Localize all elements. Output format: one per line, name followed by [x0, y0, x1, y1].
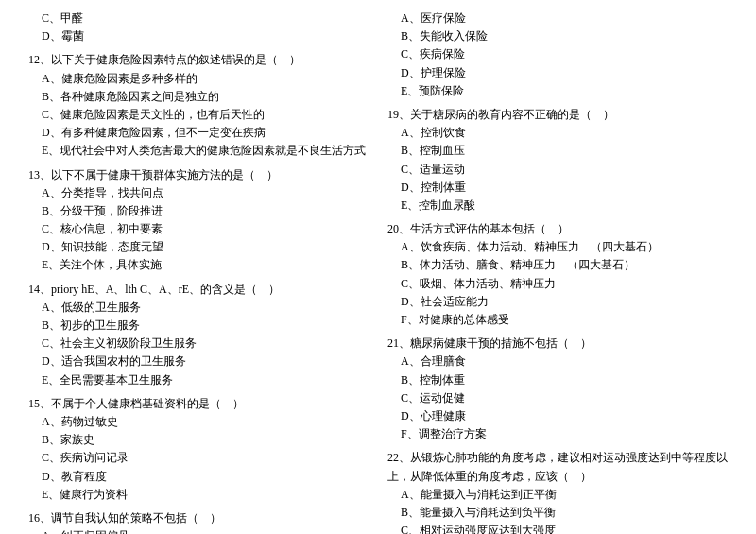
- q14-a: A、低级的卫生服务: [28, 299, 369, 317]
- q21-d: D、心理健康: [387, 407, 728, 425]
- q12-d: D、有多种健康危险因素，但不一定变在疾病: [28, 124, 369, 142]
- q20-f: F、对健康的总体感受: [387, 311, 728, 329]
- q13-b: B、分级干预，阶段推进: [28, 202, 369, 220]
- q20-a: A、饮食疾病、体力活动、精神压力 （四大基石）: [387, 238, 728, 256]
- q18-b: B、失能收入保险: [387, 27, 728, 45]
- q18-a: A、医疗保险: [387, 9, 728, 27]
- q12-b: B、各种健康危险因素之间是独立的: [28, 88, 369, 106]
- q21-b: B、控制体重: [387, 371, 728, 389]
- q21-c: C、运动促健: [387, 389, 728, 407]
- q14-c: C、社会主义初级阶段卫生服务: [28, 335, 369, 353]
- q22-c: C、相对运动强度应达到大强度: [387, 522, 728, 534]
- q14-b: B、初步的卫生服务: [28, 317, 369, 335]
- q20-b: B、体力活动、膳食、精神压力 （四大基石）: [387, 256, 728, 274]
- q19-e: E、控制血尿酸: [387, 197, 728, 215]
- q12-c: C、健康危险因素是天文性的，也有后天性的: [28, 106, 369, 124]
- q18-d: D、护理保险: [387, 64, 728, 82]
- q14-d: D、适合我国农村的卫生服务: [28, 353, 369, 370]
- q18-options: A、医疗保险 B、失能收入保险 C、疾病保险 D、护理保险 E、预防保险: [387, 9, 728, 100]
- q12-title: 12、以下关于健康危险因素特点的叙述错误的是（ ）: [28, 51, 369, 69]
- q12-e: E、现代社会中对人类危害最大的健康危险因素就是不良生活方式: [28, 142, 369, 160]
- q20-title: 20、生活方式评估的基本包括（ ）: [387, 220, 728, 238]
- q18-e: E、预防保险: [387, 82, 728, 100]
- q15-c: C、疾病访问记录: [28, 449, 369, 467]
- q22-a: A、能量摄入与消耗达到正平衡: [387, 486, 728, 504]
- q16-title: 16、调节自我认知的策略不包括（ ）: [28, 509, 369, 527]
- q15-e: E、健康行为资料: [28, 486, 369, 504]
- question-14: 14、priory hE、A、lth C、A、rE、的含义是（ ） A、低级的卫…: [28, 281, 369, 389]
- q21-title: 21、糖尿病健康干预的措施不包括（ ）: [387, 335, 728, 353]
- q-cd-options: C、甲醛 D、霉菌: [28, 9, 369, 45]
- q13-d: D、知识技能，态度无望: [28, 238, 369, 256]
- question-19: 19、关于糖尿病的教育内容不正确的是（ ） A、控制饮食 B、控制血压 C、适量…: [387, 106, 728, 215]
- q13-e: E、关注个体，具体实施: [28, 256, 369, 274]
- q12-a: A、健康危险因素是多种多样的: [28, 70, 369, 88]
- q19-a: A、控制饮食: [387, 124, 728, 142]
- q18-c: C、疾病保险: [387, 45, 728, 63]
- question-21: 21、糖尿病健康干预的措施不包括（ ） A、合理膳食 B、控制体重 C、运动促健…: [387, 335, 728, 443]
- q15-a: A、药物过敏史: [28, 413, 369, 431]
- q13-a: A、分类指导，找共问点: [28, 184, 369, 202]
- q20-c: C、吸烟、体力活动、精神压力: [387, 275, 728, 293]
- q14-title: 14、priory hE、A、lth C、A、rE、的含义是（ ）: [28, 281, 369, 299]
- q15-title: 15、不属于个人健康档基础资料的是（ ）: [28, 395, 369, 413]
- question-16: 16、调节自我认知的策略不包括（ ） A、纠正归因偏见 B、转化 C、积极的思考…: [28, 509, 369, 534]
- q19-d: D、控制体重: [387, 179, 728, 197]
- question-20: 20、生活方式评估的基本包括（ ） A、饮食疾病、体力活动、精神压力 （四大基石…: [387, 220, 728, 329]
- q13-title: 13、以下不属于健康干预群体实施方法的是（ ）: [28, 166, 369, 184]
- q19-title: 19、关于糖尿病的教育内容不正确的是（ ）: [387, 106, 728, 124]
- question-12: 12、以下关于健康危险因素特点的叙述错误的是（ ） A、健康危险因素是多种多样的…: [28, 51, 369, 160]
- q19-b: B、控制血压: [387, 142, 728, 160]
- q15-d: D、教育程度: [28, 468, 369, 486]
- q22-title: 22、从锻炼心肺功能的角度考虑，建议相对运动强度达到中等程度以上，从降低体重的角…: [387, 449, 728, 485]
- main-content: C、甲醛 D、霉菌 12、以下关于健康危险因素特点的叙述错误的是（ ） A、健康…: [28, 9, 728, 534]
- q21-a: A、合理膳食: [387, 353, 728, 370]
- q21-f: F、调整治疗方案: [387, 425, 728, 443]
- option-c-jia: C、甲醛: [28, 9, 369, 27]
- right-column: A、医疗保险 B、失能收入保险 C、疾病保险 D、护理保险 E、预防保险 19、…: [378, 9, 728, 534]
- q19-c: C、适量运动: [387, 161, 728, 179]
- q20-d: D、社会适应能力: [387, 293, 728, 311]
- question-13: 13、以下不属于健康干预群体实施方法的是（ ） A、分类指导，找共问点 B、分级…: [28, 166, 369, 275]
- question-15: 15、不属于个人健康档基础资料的是（ ） A、药物过敏史 B、家族史 C、疾病访…: [28, 395, 369, 504]
- left-column: C、甲醛 D、霉菌 12、以下关于健康危险因素特点的叙述错误的是（ ） A、健康…: [28, 9, 378, 534]
- option-d-mold: D、霉菌: [28, 27, 369, 45]
- q14-e: E、全民需要基本卫生服务: [28, 371, 369, 389]
- q15-b: B、家族史: [28, 431, 369, 449]
- q13-c: C、核心信息，初中要素: [28, 220, 369, 238]
- question-22: 22、从锻炼心肺功能的角度考虑，建议相对运动强度达到中等程度以上，从降低体重的角…: [387, 449, 728, 534]
- q22-b: B、能量摄入与消耗达到负平衡: [387, 504, 728, 522]
- q16-a: A、纠正归因偏见: [28, 527, 369, 534]
